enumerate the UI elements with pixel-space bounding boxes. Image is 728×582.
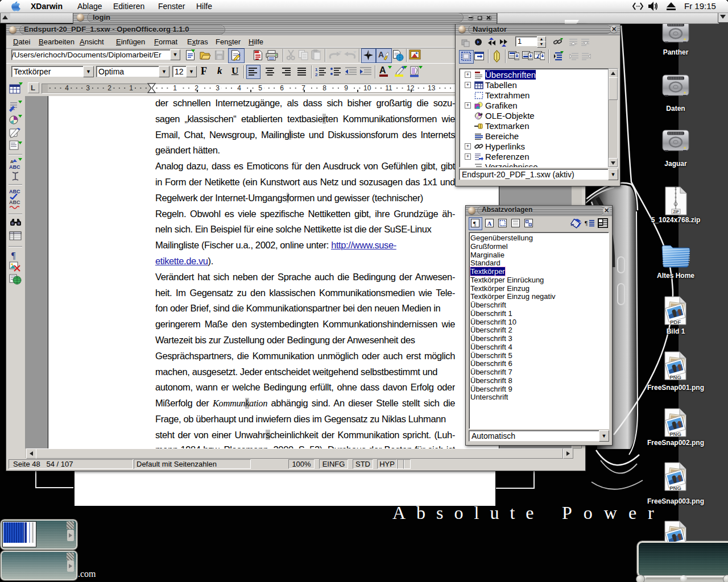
svg-text:1: 1 <box>315 67 318 72</box>
svg-text:¶: ¶ <box>585 219 588 226</box>
svg-text:ABC: ABC <box>9 164 20 169</box>
svg-text:ZIP: ZIP <box>673 210 679 214</box>
svg-text:PNG: PNG <box>669 374 681 380</box>
svg-text:A: A <box>378 50 384 59</box>
svg-text:ABC: ABC <box>9 199 20 205</box>
svg-text:ABC: ABC <box>9 189 20 194</box>
svg-text:A: A <box>379 65 386 75</box>
svg-text:¶: ¶ <box>11 251 16 260</box>
svg-text:¶: ¶ <box>473 220 476 227</box>
svg-text:2: 2 <box>315 72 318 77</box>
svg-text:A: A <box>487 220 492 227</box>
svg-text:PNG: PNG <box>669 431 681 437</box>
svg-text:PNG: PNG <box>669 485 681 491</box>
svg-text:PDF: PDF <box>670 319 681 325</box>
